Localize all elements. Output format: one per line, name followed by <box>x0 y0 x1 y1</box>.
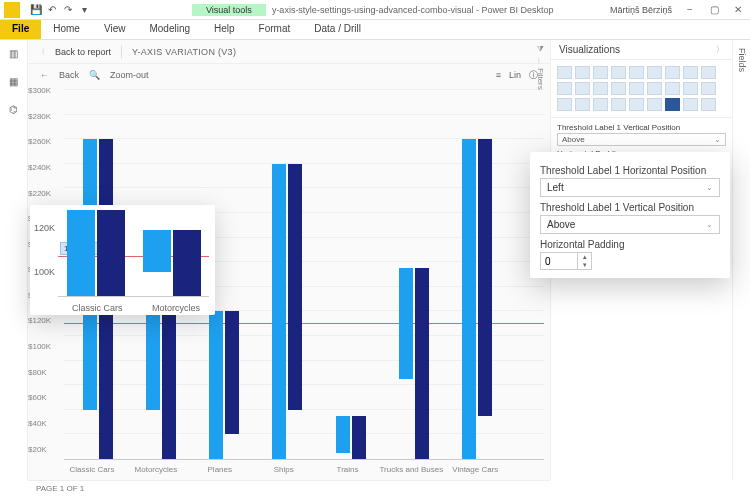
bar[interactable] <box>336 416 350 453</box>
panel-collapse-icon[interactable]: 〉 <box>716 44 724 55</box>
qat-more-icon[interactable]: ▾ <box>78 4 90 16</box>
y-tick: $300K <box>28 86 51 95</box>
tab-home[interactable]: Home <box>41 20 92 39</box>
viz-type-icon[interactable] <box>593 82 608 95</box>
viz-type-icon[interactable] <box>557 82 572 95</box>
back-to-report[interactable]: Back to report <box>55 47 111 57</box>
viz-type-icon[interactable] <box>593 98 608 111</box>
viz-type-icon[interactable] <box>575 98 590 111</box>
zoom-y-tick: 100K <box>34 267 55 277</box>
filters-rail[interactable]: ⧩ 〉 Filters <box>530 44 550 84</box>
bar-group[interactable] <box>336 416 366 459</box>
model-view-icon[interactable]: ⌬ <box>6 102 22 116</box>
popup-hpos-select[interactable]: Left⌄ <box>540 178 720 197</box>
filters-label: Filters <box>536 68 545 90</box>
viz-type-icon[interactable] <box>593 66 608 79</box>
popup-pad-input[interactable]: ▴▾ <box>540 252 720 270</box>
spinner-down-icon[interactable]: ▾ <box>578 261 591 269</box>
bar[interactable] <box>478 139 492 416</box>
bar-group[interactable] <box>272 164 302 459</box>
bar[interactable] <box>415 268 429 459</box>
visual-header: 〈 Back to report Y-AXIS VARIATION (V3) <box>28 40 550 64</box>
viz-type-icon[interactable] <box>647 98 662 111</box>
redo-icon[interactable]: ↷ <box>62 4 74 16</box>
fp-vertical-position-select[interactable]: Above⌄ <box>557 133 726 146</box>
viz-type-icon[interactable] <box>701 98 716 111</box>
chevron-left-icon[interactable]: 〈 <box>38 47 45 57</box>
bar-group[interactable] <box>462 139 492 459</box>
back-label[interactable]: Back <box>59 70 79 80</box>
bar[interactable] <box>462 139 476 459</box>
zoom-out-icon[interactable]: 🔍 <box>89 70 100 80</box>
y-tick: $80K <box>28 367 47 376</box>
viz-type-icon[interactable] <box>629 82 644 95</box>
viz-type-icon[interactable] <box>683 98 698 111</box>
viz-type-icon[interactable] <box>611 82 626 95</box>
viz-type-icon[interactable] <box>665 82 680 95</box>
data-view-icon[interactable]: ▦ <box>6 74 22 88</box>
bar[interactable] <box>209 311 223 459</box>
viz-type-icon-selected[interactable] <box>665 98 680 111</box>
bar[interactable] <box>272 164 286 459</box>
tab-format[interactable]: Format <box>247 20 303 39</box>
signed-in-user[interactable]: Mārtiņš Bērziņš <box>604 5 678 15</box>
viz-type-icon[interactable] <box>611 66 626 79</box>
viz-type-icon[interactable] <box>575 66 590 79</box>
save-icon[interactable]: 💾 <box>30 4 42 16</box>
document-title: y-axis-style-settings-using-advanced-com… <box>266 5 604 15</box>
report-view-icon[interactable]: ▥ <box>6 46 22 60</box>
viz-type-icon[interactable] <box>647 66 662 79</box>
popup-vpos-select[interactable]: Above⌄ <box>540 215 720 234</box>
viz-type-icon[interactable] <box>647 82 662 95</box>
close-button[interactable]: ✕ <box>726 1 750 19</box>
bar-group[interactable] <box>209 311 239 459</box>
tab-view[interactable]: View <box>92 20 138 39</box>
quick-access-toolbar: 💾 ↶ ↷ ▾ <box>24 4 96 16</box>
fp-label: Threshold Label 1 Vertical Position <box>557 123 726 132</box>
viz-gallery <box>551 60 732 117</box>
x-tick: Vintage Cars <box>452 465 498 474</box>
zoom-bar <box>173 230 201 296</box>
y-tick: $260K <box>28 137 51 146</box>
viz-type-icon[interactable] <box>683 82 698 95</box>
spinner-up-icon[interactable]: ▴ <box>578 253 591 261</box>
popup-pad-field[interactable] <box>540 252 578 270</box>
viz-type-icon[interactable] <box>665 66 680 79</box>
viz-type-icon[interactable] <box>629 98 644 111</box>
tab-help[interactable]: Help <box>202 20 247 39</box>
viz-type-icon[interactable] <box>557 66 572 79</box>
bar[interactable] <box>352 416 366 459</box>
minimize-button[interactable]: − <box>678 1 702 19</box>
viz-type-icon[interactable] <box>701 82 716 95</box>
undo-icon[interactable]: ↶ <box>46 4 58 16</box>
tab-modeling[interactable]: Modeling <box>137 20 202 39</box>
viz-type-icon[interactable] <box>575 82 590 95</box>
viz-type-icon[interactable] <box>701 66 716 79</box>
viz-type-icon[interactable] <box>557 98 572 111</box>
spinner[interactable]: ▴▾ <box>578 252 592 270</box>
divider <box>121 46 122 58</box>
fields-rail[interactable]: Fields <box>732 40 750 480</box>
back-arrow-icon[interactable]: ← <box>40 70 49 80</box>
bar[interactable] <box>225 311 239 434</box>
breadcrumb: Y-AXIS VARIATION (V3) <box>132 47 236 57</box>
popup-hpos-value: Left <box>547 182 564 193</box>
scale-label[interactable]: Lin <box>509 70 521 80</box>
viz-type-icon[interactable] <box>683 66 698 79</box>
y-tick: $280K <box>28 111 51 120</box>
view-rail: ▥ ▦ ⌬ <box>0 40 28 480</box>
maximize-button[interactable]: ▢ <box>702 1 726 19</box>
page-indicator: PAGE 1 OF 1 <box>36 484 84 493</box>
bar-group[interactable] <box>399 268 429 459</box>
zoom-out-label[interactable]: Zoom-out <box>110 70 149 80</box>
viz-type-icon[interactable] <box>629 66 644 79</box>
bar[interactable] <box>399 268 413 379</box>
x-tick: Ships <box>274 465 294 474</box>
scale-menu-icon[interactable]: ≡ <box>496 70 501 80</box>
tab-data-drill[interactable]: Data / Drill <box>302 20 373 39</box>
tab-file[interactable]: File <box>0 20 41 39</box>
viz-type-icon[interactable] <box>611 98 626 111</box>
popup-hpos-label: Threshold Label 1 Horizontal Position <box>540 165 720 176</box>
filter-icon[interactable]: ⧩ <box>537 44 544 54</box>
bar[interactable] <box>288 164 302 410</box>
